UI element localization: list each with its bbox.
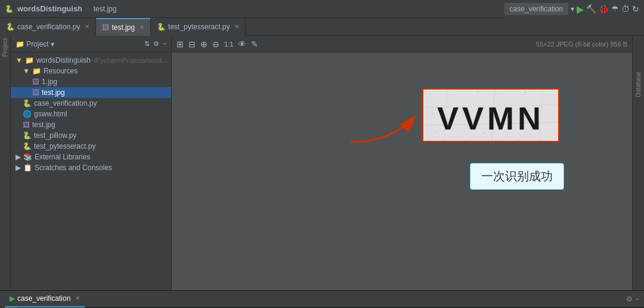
svg-rect-6	[489, 97, 490, 97]
window-icon: 🐍	[5, 5, 14, 13]
py-file-icon: 🐍	[6, 23, 15, 31]
project-icon: 📁	[25, 56, 34, 64]
svg-rect-26	[471, 136, 472, 137]
tree-label-root: wordsDistinguish	[36, 56, 91, 64]
chevron-down-icon: ▾	[51, 40, 54, 48]
tree-label-gsww: gsww.html	[34, 110, 67, 118]
build-button[interactable]: 🔨	[586, 4, 596, 14]
sync-icon[interactable]: ⇅	[144, 40, 150, 48]
tab-label-case-verification: case_verification.py	[17, 23, 80, 31]
svg-rect-10	[537, 98, 537, 98]
svg-rect-9	[525, 92, 526, 93]
zoom-out-icon[interactable]: ⊖	[212, 39, 219, 49]
scratches-icon: 📋	[23, 164, 32, 172]
tree-label-1jpg: 1.jpg	[42, 78, 57, 86]
profile-button[interactable]: ⏱	[621, 4, 630, 14]
folder-icon-root: ▼	[16, 56, 23, 64]
tree-item-external-libraries[interactable]: ▶ 📚 External Libraries	[11, 152, 171, 162]
svg-rect-28	[495, 138, 496, 139]
tree-item-1jpg[interactable]: 🖼 1.jpg	[11, 76, 171, 87]
tree-item-resources[interactable]: ▼ 📁 Resources	[11, 66, 171, 76]
svg-rect-2	[441, 98, 442, 99]
run-panel: ▶ case_verification ✕ ⚙ − ▶ ▲ ▼ ↩ ⇅ 📌 🖨 …	[0, 290, 644, 308]
close-run-tab[interactable]: ✕	[75, 295, 80, 301]
chevron-right-icon-ext: ▶	[16, 153, 21, 161]
run-config-dropdown-icon[interactable]: ▾	[571, 5, 574, 13]
image-viewer-panel: ⊞ ⊟ ⊕ ⊖ 1:1 👁 ✎ 55×22 JPEG (8-bit color)…	[172, 36, 632, 290]
main-content: Project 📁 Project ▾ ⇅ ⚙ − ▼ 📁 wordsDisti…	[0, 36, 644, 290]
close-tab-test-jpg[interactable]: ✕	[140, 24, 144, 30]
project-header-label: 📁 Project ▾	[16, 40, 54, 48]
zoom-in-icon[interactable]: ⊕	[200, 39, 208, 49]
jpg-icon-test2: 🖼	[23, 121, 30, 129]
html-icon-gsww: 🌐	[23, 110, 32, 118]
tree-item-test-pytesseract[interactable]: 🐍 test_pytesseract.py	[11, 141, 171, 152]
py-icon-pytesseract: 🐍	[23, 142, 32, 150]
debug-button[interactable]: 🐞	[599, 4, 609, 14]
tree-item-testjpg2[interactable]: 🖼 test.jpg	[11, 119, 171, 130]
sidebar-header: 📁 Project ▾ ⇅ ⚙ −	[11, 36, 171, 53]
folder-icon-resources: ▼	[23, 67, 30, 75]
database-label: Database	[635, 72, 642, 97]
resources-folder-icon: 📁	[32, 67, 41, 75]
eye-icon[interactable]: 👁	[238, 39, 246, 49]
run-button[interactable]: ▶	[577, 4, 584, 15]
file-tree: ▼ 📁 wordsDistinguish ~/PycharmProjects/w…	[11, 53, 171, 290]
tab-test-jpg[interactable]: 🖼 test.jpg ✕	[96, 18, 151, 36]
tree-item-test-pillow[interactable]: 🐍 test_pillow.py	[11, 130, 171, 141]
captcha-image: VVMN	[422, 88, 559, 142]
py-icon-pillow: 🐍	[23, 131, 32, 140]
close-tab-test-pytesseract[interactable]: ✕	[234, 23, 239, 30]
tree-item-testjpg[interactable]: 🖼 test.jpg	[11, 87, 171, 98]
project-sidebar: 📁 Project ▾ ⇅ ⚙ − ▼ 📁 wordsDistinguish ~…	[11, 36, 172, 290]
pencil-icon[interactable]: ✎	[251, 39, 258, 49]
left-panel-strip: Project	[0, 36, 11, 290]
run-icon: ▶	[10, 294, 15, 303]
jpg-icon-test: 🖼	[32, 88, 39, 97]
settings-icon[interactable]: ⚙	[153, 40, 159, 48]
image-info: 55×22 JPEG (8-bit color) 956 B	[536, 41, 627, 48]
run-tab-bar: ▶ case_verification ✕ ⚙ −	[0, 291, 644, 307]
success-text: 一次识别成功	[481, 170, 553, 183]
window-title-bar: 🐍 wordsDistinguish – test.jpg case_verif…	[0, 0, 644, 18]
tab-label-test-pytesseract: test_pytesseract.py	[168, 23, 230, 31]
tree-item-case-verification[interactable]: 🐍 case_verification.py	[11, 98, 171, 109]
update-button[interactable]: ↻	[632, 4, 639, 14]
minimize-panel-icon[interactable]: −	[635, 295, 639, 303]
run-tab-label: case_verification	[17, 294, 70, 303]
svg-rect-5	[477, 91, 478, 93]
py-icon-case: 🐍	[23, 99, 32, 107]
tree-label-testjpg2: test.jpg	[32, 121, 55, 129]
tab-case-verification[interactable]: 🐍 case_verification.py ✕	[0, 18, 96, 36]
table-icon[interactable]: ⊟	[188, 39, 196, 49]
success-badge: 一次识别成功	[470, 163, 564, 190]
svg-rect-12	[432, 113, 434, 115]
window-title: wordsDistinguish	[17, 4, 82, 13]
current-file-tab: test.jpg	[94, 5, 117, 13]
svg-rect-11	[549, 95, 550, 96]
minimize-icon[interactable]: −	[163, 40, 166, 48]
grid-icon[interactable]: ⊞	[177, 39, 184, 49]
folder-icon: 📁	[16, 40, 24, 48]
run-config-bar: case_verification ▾ ▶ 🔨 🐞 ☂ ⏱ ↻	[504, 0, 644, 18]
chevron-right-icon-scratch: ▶	[16, 164, 21, 172]
tree-item-gsww[interactable]: 🌐 gsww.html	[11, 109, 171, 119]
image-toolbar: ⊞ ⊟ ⊕ ⊖ 1:1 👁 ✎ 55×22 JPEG (8-bit color)…	[172, 36, 632, 53]
tree-label-case-verification: case_verification.py	[34, 99, 97, 107]
panel-settings-icon[interactable]: ⚙	[626, 295, 633, 303]
py-file-icon-2: 🐍	[157, 23, 166, 31]
tree-label-test-pytesseract: test_pytesseract.py	[34, 142, 95, 150]
image-display-area: VVMN 一次识别成功	[172, 53, 632, 290]
coverage-button[interactable]: ☂	[611, 4, 619, 14]
svg-rect-7	[501, 94, 502, 94]
ratio-label: 1:1	[224, 41, 233, 48]
svg-rect-22	[552, 115, 553, 116]
tab-test-pytesseract[interactable]: 🐍 test_pytesseract.py ✕	[151, 18, 246, 36]
tree-item-scratches[interactable]: ▶ 📋 Scratches and Consoles	[11, 162, 171, 173]
database-strip: Database	[632, 36, 644, 290]
run-config-name[interactable]: case_verification	[504, 3, 568, 15]
jpg-file-icon: 🖼	[102, 23, 109, 32]
tree-item-root[interactable]: ▼ 📁 wordsDistinguish ~/PycharmProjects/w…	[11, 55, 171, 66]
close-tab-case-verification[interactable]: ✕	[85, 23, 89, 30]
run-tab[interactable]: ▶ case_verification ✕	[5, 291, 85, 307]
